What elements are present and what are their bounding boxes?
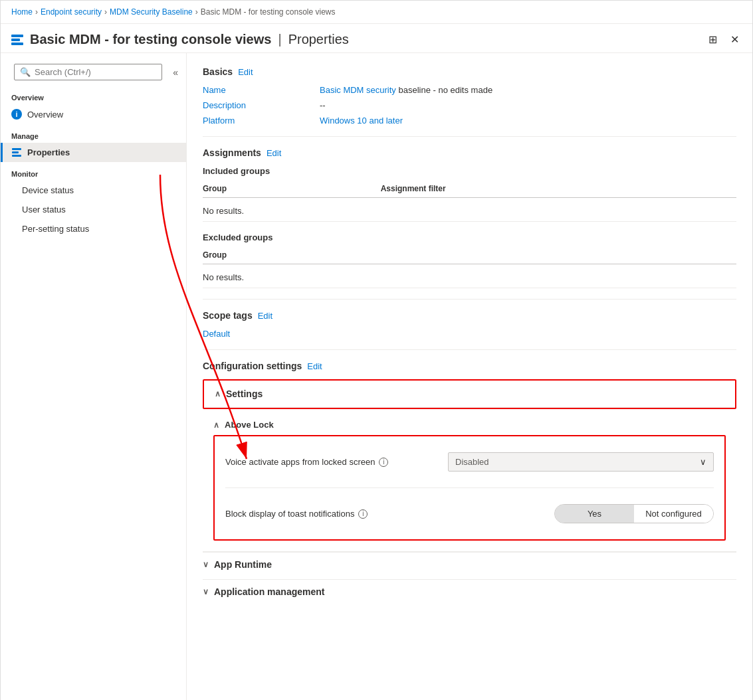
block-toast-control: Yes Not configured [378,504,714,523]
info-icon: i [11,109,22,120]
group-col-header: Group [203,184,381,193]
assignment-filter-col-header: Assignment filter [381,184,736,193]
above-lock-section: ∧ Above Lock Voice activate apps from lo… [203,414,736,552]
platform-field-row: Platform Windows 10 and later [203,116,736,126]
config-settings-section-header: Configuration settings Edit [203,361,736,371]
header-left: Basic MDM - for testing console views | … [11,32,349,47]
assignments-edit-link[interactable]: Edit [267,148,281,158]
breadcrumb-mdm-security-baseline[interactable]: MDM Security Baseline [110,7,193,17]
settings-accordion: ∧ Settings [203,379,736,409]
excluded-groups-table-header: Group [203,246,736,264]
name-value: Basic MDM security baseline - no edits m… [320,85,492,95]
scope-tags-edit-link[interactable]: Edit [258,311,272,321]
description-value: -- [320,100,326,110]
block-toast-toggle[interactable]: Yes Not configured [554,504,714,523]
properties-icon [11,148,22,157]
title-divider: | [278,32,281,47]
sidebar: 🔍 « Overview i Overview Manage [1,53,187,700]
search-icon: 🔍 [20,67,31,77]
settings-chevron-icon: ∧ [215,389,221,398]
manage-section-label: Manage [1,124,186,143]
excluded-group-col-header: Group [203,250,736,260]
description-field-row: Description -- [203,100,736,110]
collapse-sidebar-button[interactable]: « [170,64,181,80]
config-settings-title: Configuration settings [203,361,302,371]
block-toast-label: Block display of toast notifications i [225,509,368,519]
app-management-label: Application management [214,586,324,597]
name-field-row: Name Basic MDM security baseline - no ed… [203,85,736,95]
close-button[interactable]: ✕ [728,32,742,47]
config-settings-edit-link[interactable]: Edit [307,361,322,371]
app-management-section: ∨ Application management [203,579,736,604]
page-subtitle: Properties [288,32,349,47]
sidebar-item-properties[interactable]: Properties [1,143,186,162]
basics-edit-link[interactable]: Edit [238,67,253,77]
voice-activate-control: Disabled ∨ [399,452,714,472]
voice-activate-dropdown[interactable]: Disabled ∨ [448,452,714,472]
overview-section-label: Overview [1,86,186,104]
app-logo-icon [11,35,23,45]
breadcrumb: Home › Endpoint security › MDM Security … [1,1,752,24]
block-toast-info-icon[interactable]: i [358,509,368,519]
basics-divider [203,136,736,137]
breadcrumb-endpoint-security[interactable]: Endpoint security [41,7,102,17]
above-lock-chevron-icon: ∧ [213,420,219,430]
description-label: Description [203,100,309,110]
included-groups-table-header: Group Assignment filter [203,180,736,198]
above-lock-label: Above Lock [225,420,274,430]
excluded-groups-section: Excluded groups Group No results. [203,232,736,288]
dropdown-arrow-icon: ∨ [700,457,706,467]
assignments-section-header: Assignments Edit [203,147,736,158]
app-runtime-chevron-icon: ∨ [203,560,209,569]
sidebar-item-overview[interactable]: i Overview [1,104,186,124]
settings-accordion-label: Settings [226,389,263,399]
included-groups-no-results: No results. [203,201,736,222]
app-runtime-label: App Runtime [214,559,272,570]
assignments-title: Assignments [203,147,261,158]
overview-item-label: Overview [27,110,63,120]
app-management-chevron-icon: ∨ [203,587,209,596]
name-label: Name [203,85,309,95]
header-actions: ⊞ ✕ [706,32,742,47]
properties-item-label: Properties [27,147,70,157]
platform-value: Windows 10 and later [320,116,403,126]
included-groups-title: Included groups [203,166,736,176]
excluded-groups-no-results: No results. [203,267,736,288]
included-groups-section: Included groups Group Assignment filter … [203,166,736,222]
basics-title: Basics [203,66,233,77]
search-input[interactable] [35,67,156,77]
app-management-header[interactable]: ∨ Application management [203,579,736,604]
voice-activate-info-icon[interactable]: i [379,458,388,467]
basics-section-header: Basics Edit [203,66,736,77]
pin-button[interactable]: ⊞ [706,32,720,47]
voice-activate-value: Disabled [455,457,489,467]
page-title: Basic MDM - for testing console views [30,32,271,47]
toggle-yes-option[interactable]: Yes [555,505,634,523]
platform-label: Platform [203,116,309,126]
above-lock-header[interactable]: ∧ Above Lock [213,420,726,430]
monitor-section-label: Monitor [1,162,186,181]
breadcrumb-home[interactable]: Home [11,7,33,17]
sidebar-item-user-status[interactable]: User status [1,200,186,219]
sidebar-item-device-status[interactable]: Device status [1,181,186,200]
default-scope-tag: Default [203,329,230,339]
scope-tags-divider [203,349,736,350]
search-box[interactable]: 🔍 [14,64,162,80]
voice-activate-label: Voice activate apps from locked screen i [225,457,388,467]
scope-tags-title: Scope tags [203,310,253,321]
app-runtime-header[interactable]: ∨ App Runtime [203,552,736,576]
toggle-not-configured-option[interactable]: Not configured [634,505,713,523]
app-runtime-section: ∨ App Runtime [203,552,736,576]
main-content: Basics Edit Name Basic MDM security base… [187,53,752,700]
excluded-groups-title: Excluded groups [203,232,736,242]
scope-tags-section-header: Scope tags Edit [203,310,736,321]
voice-toast-divider [225,487,714,488]
above-lock-settings-form: Voice activate apps from locked screen i… [213,435,726,541]
page-header: Basic MDM - for testing console views | … [1,24,752,53]
settings-accordion-header[interactable]: ∧ Settings [204,381,735,408]
assignments-divider [203,299,736,300]
voice-activate-row: Voice activate apps from locked screen i… [225,447,714,477]
breadcrumb-current: Basic MDM - for testing console views [201,7,336,17]
sidebar-item-per-setting-status[interactable]: Per-setting status [1,219,186,238]
block-toast-row: Block display of toast notifications i Y… [225,499,714,529]
